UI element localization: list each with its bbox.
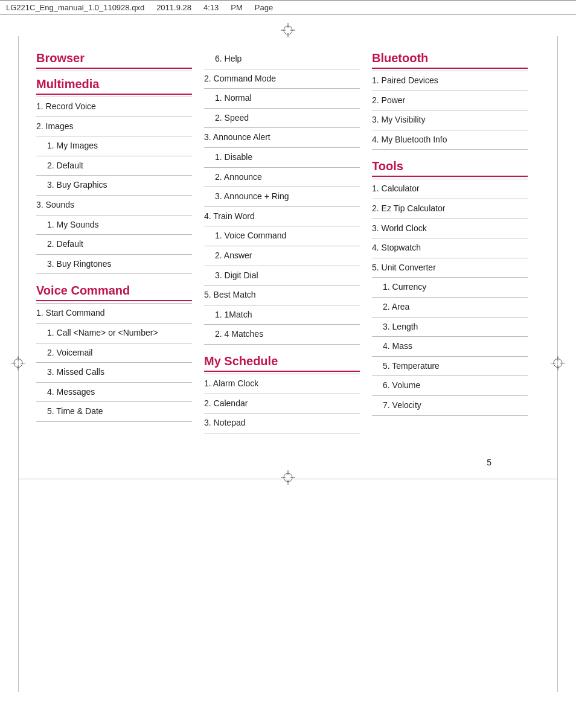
divider: [204, 324, 360, 325]
list-item: 4. Train Word: [204, 209, 360, 225]
divider: [36, 401, 192, 402]
divider: [372, 149, 528, 150]
header-page-label: Page: [255, 3, 273, 12]
divider: [372, 238, 528, 238]
my-schedule-divider: [204, 374, 360, 374]
multimedia-heading: Multimedia: [36, 77, 192, 95]
column-1: Browser Multimedia 1. Record Voice 2. Im…: [36, 51, 204, 439]
header-region: LG221C_Eng_manual_1.0_110928.qxd 2011.9.…: [0, 0, 576, 15]
bluetooth-divider: [372, 71, 528, 71]
list-item: 2. Area: [372, 299, 528, 315]
list-item: 2. Default: [36, 158, 192, 174]
list-item: 3. My Visibility: [372, 112, 528, 128]
list-item: 2. 4 Matches: [204, 327, 360, 342]
list-item: 2. Ez Tip Calculator: [372, 201, 528, 217]
divider: [36, 195, 192, 196]
divider: [372, 297, 528, 298]
list-item: 3. Sounds: [36, 197, 192, 213]
list-item: 1. Calculator: [372, 181, 528, 197]
list-item: 2. Images: [36, 119, 192, 135]
list-item: 4. Mass: [372, 339, 528, 354]
list-item: 2. Default: [36, 237, 192, 252]
page-wrapper: Browser Multimedia 1. Record Voice 2. Im…: [0, 15, 576, 503]
list-item: 3. Buy Graphics: [36, 177, 192, 193]
list-item: 2. Voicemail: [36, 345, 192, 361]
divider: [372, 199, 528, 199]
divider: [36, 362, 192, 363]
browser-heading: Browser: [36, 51, 192, 69]
header-bar: LG221C_Eng_manual_1.0_110928.qxd 2011.9.…: [0, 0, 576, 15]
browser-divider: [36, 71, 192, 71]
list-item: 1. Disable: [204, 150, 360, 165]
divider: [36, 234, 192, 235]
divider: [36, 215, 192, 216]
list-item: 1. My Sounds: [36, 217, 192, 233]
divider: [204, 206, 360, 207]
divider: [36, 323, 192, 324]
divider: [204, 246, 360, 246]
list-item: 5. Best Match: [204, 287, 360, 303]
divider: [36, 382, 192, 383]
list-item: 4. My Bluetooth Info: [372, 132, 528, 148]
list-item: 3. Missed Calls: [36, 365, 192, 380]
divider: [372, 375, 528, 376]
tools-heading: Tools: [372, 159, 528, 177]
list-item: 3. Announce Alert: [204, 130, 360, 145]
my-schedule-heading: My Schedule: [204, 354, 360, 372]
voice-command-heading: Voice Command: [36, 284, 192, 301]
voice-command-divider: [36, 303, 192, 304]
divider: [204, 344, 360, 345]
list-item: 2. Answer: [204, 248, 360, 264]
voice-command-cont-section: 6. Help 2. Command Mode 1. Normal 2. Spe…: [204, 51, 360, 345]
list-item: 4. Stopwatch: [372, 240, 528, 256]
my-schedule-section: My Schedule 1. Alarm Clock 2. Calendar 3…: [204, 354, 360, 433]
divider: [204, 147, 360, 148]
header-time: 4:13: [203, 3, 219, 12]
list-item: 6. Help: [204, 51, 360, 67]
header-date: 2011.9.28: [156, 3, 191, 12]
list-item: 7. Velocity: [372, 398, 528, 413]
divider: [204, 88, 360, 89]
column-3: Bluetooth 1. Paired Devices 2. Power 3. …: [372, 51, 540, 439]
divider: [204, 187, 360, 187]
list-item: 3. Announce + Ring: [204, 189, 360, 205]
list-item: 1. Paired Devices: [372, 73, 528, 89]
list-item: 2. Command Mode: [204, 71, 360, 87]
divider: [36, 273, 192, 274]
multimedia-section: Multimedia 1. Record Voice 2. Images 1. …: [36, 77, 192, 274]
divider: [372, 258, 528, 258]
divider: [372, 277, 528, 278]
list-item: 1. Start Command: [36, 305, 192, 321]
divider: [372, 336, 528, 337]
divider: [204, 433, 360, 433]
multimedia-divider: [36, 97, 192, 97]
list-item: 3. World Clock: [372, 221, 528, 237]
content-area: Browser Multimedia 1. Record Voice 2. Im…: [36, 45, 540, 439]
divider: [36, 156, 192, 156]
list-item: 4. Messages: [36, 385, 192, 400]
divider: [36, 136, 192, 136]
bottom-crosshair: [281, 470, 295, 487]
divider: [204, 69, 360, 69]
divider: [36, 254, 192, 255]
list-item: 2. Announce: [204, 170, 360, 185]
list-item: 5. Time & Date: [36, 404, 192, 420]
list-item: 1. 1Match: [204, 307, 360, 323]
divider: [204, 285, 360, 286]
divider: [36, 343, 192, 343]
divider: [204, 266, 360, 266]
list-item: 5. Temperature: [372, 359, 528, 374]
header-filename: LG221C_Eng_manual_1.0_110928.qxd: [6, 3, 144, 12]
list-item: 2. Power: [372, 93, 528, 109]
list-item: 3. Length: [372, 319, 528, 335]
divider: [372, 110, 528, 110]
divider: [204, 108, 360, 109]
list-item: 1. My Images: [36, 138, 192, 154]
browser-section: Browser: [36, 51, 192, 71]
list-item: 1. Call <Name> or <Number>: [36, 325, 192, 341]
divider: [36, 175, 192, 176]
divider: [204, 226, 360, 226]
divider: [204, 127, 360, 128]
tools-divider: [372, 179, 528, 179]
list-item: 1. Normal: [204, 91, 360, 106]
